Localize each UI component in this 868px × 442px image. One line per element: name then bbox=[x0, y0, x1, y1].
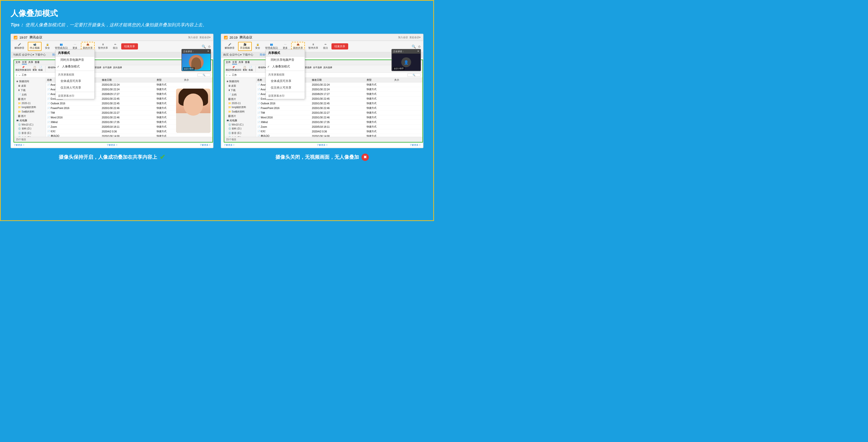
right-star-icon[interactable]: ☆ bbox=[418, 45, 421, 49]
left-pause-share-btn[interactable]: ⏸ 暂停共享 bbox=[97, 42, 110, 51]
right-search-icon[interactable]: 🔍 bbox=[412, 45, 416, 49]
table-row[interactable]: 📄 PowerPoint 2016 2020/1/30 22:46 快捷方式 bbox=[256, 106, 423, 111]
right-ribbon-paste[interactable]: 📄粘贴 bbox=[249, 66, 253, 71]
right-tab-home[interactable]: 主页 bbox=[232, 61, 237, 64]
right-sidebar-d[interactable]: 💿 资料 (D:) bbox=[224, 126, 256, 131]
left-sidebar-f[interactable]: 💿 办公 (F:) bbox=[14, 135, 46, 137]
left-video-name: 会议小助手 bbox=[183, 67, 195, 70]
left-sidebar-doc[interactable]: 📄 文档 bbox=[14, 92, 46, 97]
left-security-btn[interactable]: 🔒 安全 bbox=[43, 42, 52, 51]
caption-row: 摄像头保持开启，人像成功叠加在共享内容上 ✔ 摄像头关闭，无视频画面，无人像叠加… bbox=[10, 153, 424, 161]
left-end-share-btn[interactable]: 结束共享 bbox=[121, 43, 138, 50]
right-ribbon-copy[interactable]: 📋复制 bbox=[243, 66, 247, 71]
left-ribbon-deselect[interactable]: 全不选择 bbox=[103, 66, 112, 71]
right-share-menu-item-2[interactable]: 人像叠加模式 bbox=[266, 63, 305, 70]
right-pause-share-btn[interactable]: ⏸ 暂停共享 bbox=[307, 42, 320, 51]
right-caption: 摄像头关闭，无视频画面，无人像叠加 ✖ bbox=[221, 153, 424, 161]
left-ribbon-copy[interactable]: 📋复制 bbox=[32, 66, 37, 71]
right-sidebar-sa[interactable]: 📁 Sa楼的资料 bbox=[224, 110, 256, 114]
right-explorer-sidebar: ★ 快速访问 🖥 桌面 ⬇ 下载 📄 文档 🖼 图片 📁 2020-11 📁 l… bbox=[224, 78, 256, 137]
left-ribbon-paste[interactable]: 📄粘贴 bbox=[38, 66, 43, 71]
right-tab-view[interactable]: 查看 bbox=[245, 61, 250, 64]
right-sidebar-img2[interactable]: 🖼 图片 bbox=[224, 114, 256, 118]
right-sidebar-pic[interactable]: 🖼 图片 bbox=[224, 97, 256, 101]
right-end-share-btn[interactable]: 结束共享 bbox=[332, 43, 348, 50]
left-search-box[interactable]: 🔍 bbox=[197, 73, 211, 77]
right-security-btn[interactable]: 🔒 安全 bbox=[254, 42, 261, 51]
left-sidebar-2020[interactable]: 📁 2020-11 bbox=[14, 101, 46, 105]
right-video-btn[interactable]: 🎥 开启视频 bbox=[238, 42, 252, 51]
right-ribbon-move[interactable]: 移动到▾ bbox=[258, 66, 266, 71]
left-ribbon-pin[interactable]: 📌固定到快速访问 bbox=[16, 66, 31, 71]
right-panel: 📶 20:19 腾讯会议 加入会议 发起会议▾ 🎤 解除静音 🎥 开启视频 bbox=[221, 34, 424, 148]
table-row[interactable]: 📄 Zoom 2020/5/18 18:11 快捷方式 bbox=[256, 124, 423, 129]
left-share-menu-item-all[interactable]: 全体成员可共享 bbox=[56, 78, 94, 84]
left-ribbon-move[interactable]: 移动到▾ bbox=[48, 66, 56, 71]
left-ribbon-invert[interactable]: 反向选择 bbox=[113, 66, 122, 71]
table-row[interactable]: 📄 Outlook 2016 2020/1/30 22:45 快捷方式 bbox=[256, 101, 423, 106]
right-sidebar-2020[interactable]: 📁 2020-11 bbox=[224, 101, 256, 105]
left-sidebar-sa[interactable]: 📁 Sa楼的资料 bbox=[14, 110, 46, 114]
right-learn-more-1[interactable]: 了解更多 > bbox=[224, 144, 235, 147]
table-row[interactable]: 📄 Word 2016 2020/1/30 22:46 快捷方式 bbox=[256, 115, 423, 120]
left-learn-more-1[interactable]: 了解更多 > bbox=[13, 144, 24, 147]
left-tab-share[interactable]: 共享 bbox=[28, 61, 33, 64]
left-search-icon[interactable]: 🔍 bbox=[202, 45, 206, 49]
right-sidebar-doc[interactable]: 📄 文档 bbox=[224, 92, 256, 97]
left-tab-home[interactable]: 主页 bbox=[22, 61, 27, 64]
right-close-video-icon[interactable]: ✕ bbox=[417, 50, 419, 53]
left-annotate-btn[interactable]: ✏ 批注 bbox=[112, 42, 119, 51]
right-sidebar-e[interactable]: 💿 影音 (E:) bbox=[224, 131, 256, 135]
left-titlebar: 📶 19:07 腾讯会议 加入会议 发起会议▾ bbox=[11, 34, 213, 41]
left-learn-more-3[interactable]: 了解更多 > bbox=[200, 144, 211, 147]
table-row[interactable]: 📄 腾讯QQ 2020/1/30 14:00 快捷方式 bbox=[256, 134, 423, 137]
table-row[interactable]: 📄 XMind 2020/1/30 17:35 快捷方式 bbox=[256, 120, 423, 124]
left-share-menu-item-2[interactable]: 人像叠加模式 bbox=[56, 63, 94, 70]
right-video-dark: 👤 会议小助手 bbox=[392, 54, 421, 71]
right-sidebar-f[interactable]: 💿 办公 (F:) bbox=[224, 135, 256, 137]
right-sidebar-desktop[interactable]: 🖥 桌面 bbox=[224, 84, 256, 88]
right-ribbon-invert[interactable]: 反向选择 bbox=[323, 66, 332, 71]
left-video-btn[interactable]: 📹 停止视频 bbox=[28, 42, 41, 51]
left-share-menu-item-1[interactable]: 同时共享电脑声音 bbox=[56, 57, 94, 63]
left-check-icon: ✔ bbox=[160, 153, 165, 161]
right-sidebar-c[interactable]: 💿 Win10 (C:) bbox=[224, 123, 256, 126]
left-tab-file[interactable]: 文件 bbox=[16, 61, 21, 64]
left-video-title: 正在讲话： bbox=[183, 50, 194, 53]
right-share-menu-item-1[interactable]: 同时共享电脑声音 bbox=[266, 57, 305, 63]
right-share-menu-item-all[interactable]: 全体成员可共享 bbox=[266, 78, 305, 84]
right-sidebar-download[interactable]: ⬇ 下载 bbox=[224, 88, 256, 92]
left-sidebar-img2[interactable]: 🖼 图片 bbox=[14, 114, 46, 118]
left-sidebar-long[interactable]: 📁 long铺的资料 bbox=[14, 105, 46, 110]
table-row[interactable]: 📄 钉钉 2020/4/2 0:36 快捷方式 bbox=[256, 129, 423, 134]
right-learn-more-2[interactable]: 了解更多 > bbox=[317, 144, 328, 147]
left-sidebar-e[interactable]: 💿 影音 (E:) bbox=[14, 131, 46, 135]
left-share-menu-header: 共享模式 bbox=[56, 50, 94, 57]
left-mute-btn[interactable]: 🎤 解除静音 bbox=[13, 42, 26, 51]
left-sidebar-pic[interactable]: 🖼 图片 bbox=[14, 97, 46, 101]
left-sidebar-desktop[interactable]: 🖥 桌面 bbox=[14, 84, 46, 88]
left-tab-view[interactable]: 查看 bbox=[35, 61, 39, 64]
right-share-menu-item-host[interactable]: 仅主持人可共享 bbox=[266, 84, 305, 91]
left-learn-more-2[interactable]: 了解更多 > bbox=[106, 144, 117, 147]
right-learn-more-3[interactable]: 了解更多 > bbox=[410, 144, 421, 147]
right-search-box[interactable]: 🔍 bbox=[407, 73, 421, 77]
left-explorer-path: ↑ → 工作 🔍 bbox=[14, 72, 212, 78]
right-annotate-btn[interactable]: ✏ 批注 bbox=[322, 42, 330, 51]
right-ribbon-deselect[interactable]: 全不选择 bbox=[313, 66, 322, 71]
left-info-links: 了解更多 > 了解更多 > 了解更多 > bbox=[13, 144, 211, 147]
left-sidebar-download[interactable]: ⬇ 下载 bbox=[14, 88, 46, 92]
left-sidebar-d[interactable]: 💿 资料 (D:) bbox=[14, 126, 46, 131]
table-row[interactable]: 📄 TIM 2020/1/30 22:27 快捷方式 bbox=[256, 111, 423, 115]
right-mute-btn[interactable]: 🎤 解除静音 bbox=[223, 42, 236, 51]
left-share-menu-item-host[interactable]: 仅主持人可共享 bbox=[56, 84, 94, 91]
left-sidebar-c[interactable]: 💿 Win10 (C:) bbox=[14, 123, 46, 126]
table-row[interactable]: 📄 腾讯QQ 2020/1/30 14:00 快捷方式 bbox=[46, 134, 212, 137]
left-close-video-icon[interactable]: ✕ bbox=[207, 50, 209, 53]
page-title: 人像叠加模式 bbox=[10, 8, 424, 19]
right-ribbon-pin[interactable]: 📌固定到快速访问 bbox=[226, 66, 241, 71]
left-star-icon[interactable]: ☆ bbox=[208, 45, 211, 49]
right-tab-share[interactable]: 共享 bbox=[239, 61, 243, 64]
right-tab-file[interactable]: 文件 bbox=[226, 61, 231, 64]
right-sidebar-long[interactable]: 📁 long铺的资料 bbox=[224, 105, 256, 110]
